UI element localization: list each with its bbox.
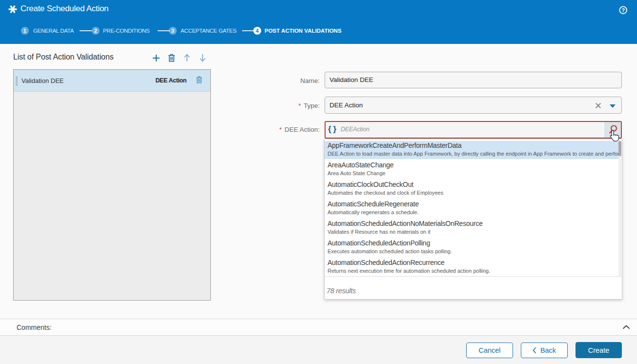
svg-text:?: ? <box>621 7 625 13</box>
